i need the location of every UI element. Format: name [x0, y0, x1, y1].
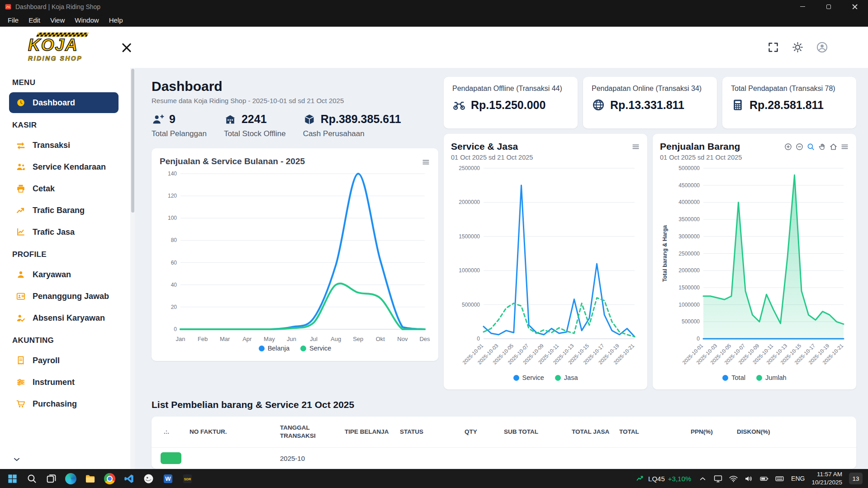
avatar-icon[interactable]	[816, 41, 828, 53]
svg-text:0: 0	[477, 336, 480, 342]
main-content: Dashboard Resume data Koja Riding Shop -…	[135, 68, 868, 469]
stock-icon	[224, 113, 237, 126]
zoom-out-icon[interactable]	[795, 142, 804, 151]
svg-text:0: 0	[174, 326, 177, 332]
zoom-in-icon[interactable]	[784, 142, 792, 151]
monthly-chart-title: Penjualan & Service Bulanan - 2025	[160, 156, 305, 166]
taskbar-app-file-explorer[interactable]	[83, 472, 97, 485]
menu-icon[interactable]	[840, 142, 849, 151]
sidebar-item-karyawan[interactable]: Karyawan	[9, 264, 119, 285]
service-jasa-plot[interactable]: 050000010000001500000200000025000002025-…	[451, 163, 640, 370]
taskbar-app-word[interactable]: W	[161, 472, 175, 485]
wifi-icon[interactable]	[729, 474, 738, 483]
svg-text:100: 100	[168, 215, 177, 221]
table-cell-10	[732, 448, 856, 469]
page-subtitle: Resume data Koja Riding Shop - 2025-10-0…	[152, 97, 438, 104]
chevron-up-icon[interactable]	[698, 474, 707, 483]
stock-ticker[interactable]: LQ45 +3,10%	[636, 474, 691, 483]
taskbar-app-vscode[interactable]	[122, 472, 136, 485]
theme-sun-icon[interactable]	[792, 41, 804, 53]
legend-belanja[interactable]: Belanja	[259, 345, 289, 352]
sidebar-item-trafic-jasa[interactable]: Trafic Jasa	[9, 222, 119, 242]
sidebar-item-instrument[interactable]: Instrument	[9, 372, 119, 393]
penjualan-barang-subtitle: 01 Oct 2025 sd 21 Oct 2025	[660, 154, 742, 161]
monitor-icon[interactable]	[713, 474, 723, 483]
taskbar-app-edge[interactable]	[64, 472, 77, 485]
maximize-button[interactable]	[816, 0, 842, 13]
legend-service[interactable]: Service	[513, 374, 544, 381]
volume-icon[interactable]	[744, 474, 754, 483]
row-action-pill[interactable]	[161, 452, 181, 464]
income-card-calculator: Total Pendapatan (Transaksi 78)Rp.28.581…	[722, 77, 856, 128]
stat-label: Total Pelanggan	[152, 129, 207, 138]
menu-view[interactable]: View	[45, 16, 70, 24]
sidebar-item-absensi-karyawan[interactable]: Absensi Karyawan	[9, 308, 119, 328]
sidebar-item-label: Cetak	[33, 184, 55, 194]
menu-edit[interactable]: Edit	[24, 16, 45, 24]
menu-help[interactable]: Help	[104, 16, 128, 24]
fullscreen-icon[interactable]	[767, 41, 779, 53]
penjualan-barang-plot[interactable]: 0500000100000015000002000000250000030000…	[660, 163, 849, 370]
legend-total[interactable]: Total	[722, 374, 745, 381]
service-jasa-subtitle: 01 Oct 2025 sd 21 Oct 2025	[451, 154, 533, 161]
taskbar-app-task-view[interactable]	[44, 472, 58, 485]
column-header-5: QTY	[460, 417, 499, 448]
menu-window[interactable]: Window	[70, 16, 104, 24]
keyboard-icon[interactable]	[775, 474, 784, 483]
taskbar-clock[interactable]: 11:57 AM 10/21/2025	[811, 470, 842, 486]
income-card-value: Rp.28.581.811	[749, 99, 824, 112]
sidebar-item-purchasing[interactable]: Purchasing	[9, 393, 119, 414]
table-row[interactable]: 2025-10	[152, 448, 856, 469]
column-header-6: SUB TOTAL	[499, 417, 567, 448]
sidebar-item-payroll[interactable]: Payroll	[9, 350, 119, 371]
scrollbar-thumb[interactable]	[131, 69, 134, 213]
svg-text:500000: 500000	[682, 318, 700, 325]
monthly-chart-plot[interactable]: 020406080100120140JanFebMarAprMayJunJulA…	[160, 168, 430, 341]
instrument-icon	[16, 377, 26, 387]
taskbar-app-chrome[interactable]	[103, 472, 116, 485]
menu-icon[interactable]	[631, 142, 640, 151]
sidebar-item-label: Trafic Barang	[33, 206, 85, 215]
monthly-chart-legend: BelanjaService	[160, 341, 430, 353]
sidebar-item-trafic-barang[interactable]: Trafic Barang	[9, 200, 119, 221]
legend-jumlah[interactable]: Jumlah	[756, 374, 787, 381]
sidebar-item-penanggung-jawab[interactable]: Penanggung Jawab	[9, 286, 119, 307]
ticker-symbol: LQ45	[648, 475, 665, 483]
legend-jasa[interactable]: Jasa	[555, 374, 578, 381]
stat-value: 2241	[242, 113, 267, 126]
column-header-9: PPN(%)	[686, 417, 732, 448]
taskbar-app-search[interactable]	[25, 472, 38, 485]
karyawan-icon	[16, 270, 26, 280]
logo-checkered-flag	[36, 33, 89, 37]
income-card-title: Total Pendapatan (Transaksi 78)	[731, 85, 848, 93]
taskbar-app-media-player[interactable]	[142, 472, 155, 485]
selection-zoom-icon[interactable]	[806, 142, 815, 151]
close-button[interactable]	[842, 0, 868, 13]
legend-service[interactable]: Service	[300, 345, 331, 352]
menu-icon[interactable]	[422, 158, 430, 166]
sidebar-toggle-button[interactable]	[121, 42, 132, 53]
menu-file[interactable]: File	[3, 16, 24, 24]
taskbar-app-start[interactable]	[5, 472, 19, 485]
battery-icon[interactable]	[759, 474, 769, 483]
column-header-1: NO FAKTUR.	[185, 417, 275, 448]
minimize-button[interactable]	[789, 0, 816, 13]
language-indicator[interactable]: ENG	[791, 475, 805, 482]
maximize-icon	[826, 5, 831, 9]
vertical-scrollbar[interactable]	[130, 68, 135, 469]
close-icon	[852, 4, 858, 9]
pan-icon[interactable]	[818, 142, 826, 151]
sidebar-item-service-kendaraan[interactable]: Service Kendaraan	[9, 156, 119, 177]
notification-count-badge[interactable]: 13	[849, 473, 863, 484]
sidebar-section-kasir: KASIR	[0, 114, 130, 134]
income-card-value: Rp.13.331.811	[610, 99, 684, 112]
svg-text:5000000: 5000000	[678, 165, 700, 171]
sidebar-item-cetak[interactable]: Cetak	[9, 178, 119, 199]
taskbar-app-sdr[interactable]: SDR	[180, 472, 194, 485]
row-tanggal: 2025-10	[275, 448, 340, 469]
sidebar-item-transaksi[interactable]: Transaksi	[9, 135, 119, 156]
sidebar-item-dashboard[interactable]: Dashboard	[9, 92, 119, 113]
home-icon[interactable]	[829, 142, 838, 151]
legend-dot	[300, 346, 306, 351]
scroll-down-chevron[interactable]	[12, 455, 22, 466]
